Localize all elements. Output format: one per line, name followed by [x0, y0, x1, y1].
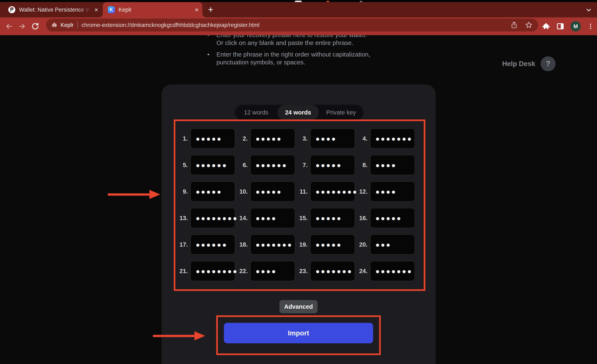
tab-title: Keplr [118, 7, 192, 13]
menubar-remnant [0, 0, 597, 2]
help-desk-label: Help Desk [502, 60, 535, 68]
extensions-icon[interactable] [542, 22, 550, 30]
url-text: chrome-extension://dmkamcknogkgcdfhhbddc… [81, 22, 506, 28]
menubar-partial-icon [327, 1, 329, 2]
tab-keplr[interactable]: K Keplr × [103, 2, 202, 17]
share-icon[interactable] [510, 21, 518, 29]
tab-persistence-wallet[interactable]: P Wallet: Native Persistence Web × [4, 2, 101, 17]
tab-24-words[interactable]: 24 words [277, 105, 319, 120]
extension-puzzle-icon [51, 22, 58, 28]
tab-title: Wallet: Native Persistence Web [19, 7, 92, 13]
back-button[interactable] [4, 21, 14, 31]
bullet: • [207, 51, 216, 66]
annotation-arrow-grid [108, 190, 160, 199]
annotation-arrow-import [153, 331, 205, 340]
tab-12-words[interactable]: 12 words [235, 105, 277, 120]
keplr-favicon-icon: K [108, 6, 115, 13]
instruction-text: Enter the phrase in the right order with… [216, 51, 370, 66]
question-mark-icon: ? [546, 60, 550, 68]
instruction-line: Or click on any blank and paste the enti… [216, 39, 353, 46]
side-panel-icon[interactable] [556, 22, 564, 30]
address-bar[interactable]: Keplr chrome-extension://dmkamcknogkgcdf… [46, 19, 538, 31]
instruction-line: punctuation symbols, or spaces. [216, 59, 305, 66]
menu-kebab-icon[interactable] [587, 23, 594, 30]
close-tab-icon[interactable]: × [195, 7, 199, 13]
extension-name: Keplr [61, 22, 74, 28]
tab-search-chevron-icon[interactable] [585, 6, 592, 14]
menubar-partial-icon [360, 1, 362, 2]
reload-button[interactable] [30, 21, 40, 31]
page-content: • Enter your recovery phrase here to res… [0, 0, 597, 364]
annotation-rect-import [216, 315, 381, 355]
browser-toolbar: Keplr chrome-extension://dmkamcknogkgcdf… [0, 17, 597, 35]
instructions-list: • Enter your recovery phrase here to res… [207, 31, 406, 70]
instruction-line: Enter the phrase in the right order with… [216, 51, 370, 58]
instruction-item: • Enter the phrase in the right order wi… [207, 51, 406, 66]
advanced-button[interactable]: Advanced [279, 300, 318, 313]
screen: • Enter your recovery phrase here to res… [0, 0, 597, 364]
bookmark-star-icon[interactable] [525, 21, 533, 29]
help-button[interactable]: ? [541, 56, 556, 71]
close-tab-icon[interactable]: × [94, 7, 98, 13]
tab-private-key[interactable]: Private key [319, 105, 363, 120]
forward-button[interactable] [17, 21, 27, 31]
annotation-rect-grid [174, 120, 425, 291]
persistence-favicon-icon: P [8, 6, 15, 13]
toolbar-right: M [542, 17, 594, 35]
divider [77, 22, 78, 28]
menubar-partial-icon [295, 1, 302, 2]
word-count-tabs: 12 words 24 words Private key [235, 105, 363, 120]
profile-avatar[interactable]: M [570, 21, 581, 31]
tab-strip: P Wallet: Native Persistence Web × K Kep… [0, 2, 597, 17]
new-tab-button[interactable]: + [206, 5, 215, 15]
help-desk: Help Desk ? [502, 56, 556, 71]
